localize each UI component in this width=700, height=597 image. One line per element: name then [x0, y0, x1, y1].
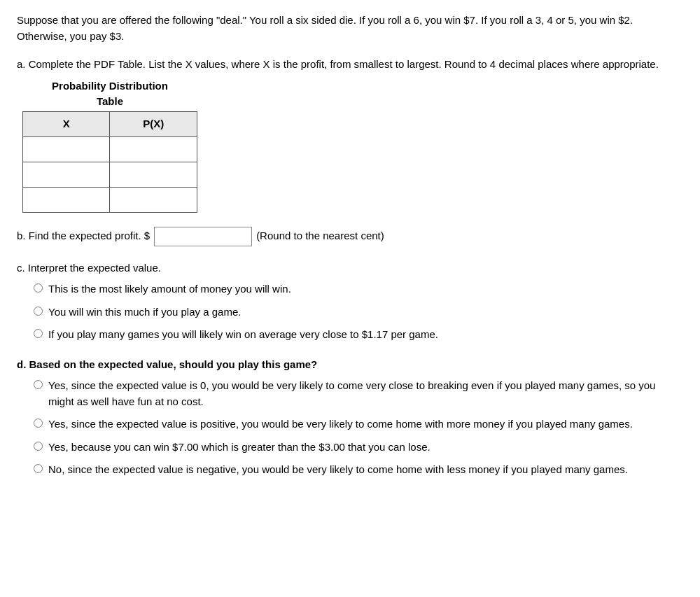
part-d-options: Yes, since the expected value is 0, you …	[34, 378, 683, 478]
row2-x-input[interactable]	[26, 164, 106, 185]
radio-c3[interactable]	[34, 329, 43, 338]
option-d4-text: No, since the expected value is negative…	[48, 462, 628, 478]
radio-d3[interactable]	[34, 442, 43, 451]
part-b-suffix: (Round to the nearest cent)	[256, 228, 384, 244]
pdf-table: X P(X)	[22, 111, 197, 213]
row2-px-input[interactable]	[113, 164, 194, 185]
option-c3: If you play many games you will likely w…	[34, 327, 683, 343]
option-d3: Yes, because you can win $7.00 which is …	[34, 440, 683, 456]
radio-d2[interactable]	[34, 419, 43, 428]
part-b-label: b. Find the expected profit. $	[17, 228, 150, 244]
table-row	[23, 187, 197, 212]
intro-text: Suppose that you are offered the followi…	[17, 13, 683, 44]
col-x-header: X	[23, 111, 110, 136]
table-title: Probability Distribution Table	[22, 78, 197, 110]
pdf-table-wrapper: Probability Distribution Table X P(X)	[22, 78, 683, 213]
row3-px-input[interactable]	[113, 189, 194, 211]
option-c1: This is the most likely amount of money …	[34, 281, 683, 297]
table-row	[23, 162, 197, 187]
option-d1: Yes, since the expected value is 0, you …	[34, 378, 683, 409]
part-d-label: d. Based on the expected value, should y…	[17, 357, 683, 373]
section-d: d. Based on the expected value, should y…	[17, 357, 683, 478]
option-d1-text: Yes, since the expected value is 0, you …	[48, 378, 683, 409]
option-c2-text: You will win this much if you play a gam…	[48, 304, 241, 321]
radio-d1[interactable]	[34, 380, 43, 389]
expected-profit-input[interactable]	[154, 227, 252, 246]
option-d2: Yes, since the expected value is positiv…	[34, 416, 683, 433]
section-c: c. Interpret the expected value. This is…	[17, 260, 683, 343]
option-c2: You will win this much if you play a gam…	[34, 304, 683, 321]
option-d4: No, since the expected value is negative…	[34, 462, 683, 478]
option-d2-text: Yes, since the expected value is positiv…	[48, 416, 633, 433]
row1-x-input[interactable]	[26, 139, 106, 160]
option-c1-text: This is the most likely amount of money …	[48, 281, 291, 297]
section-a: a. Complete the PDF Table. List the X va…	[17, 57, 683, 213]
radio-d4[interactable]	[34, 464, 43, 473]
option-d3-text: Yes, because you can win $7.00 which is …	[48, 440, 430, 456]
option-c3-text: If you play many games you will likely w…	[48, 327, 438, 343]
part-a-label: a. Complete the PDF Table. List the X va…	[17, 57, 683, 73]
row3-x-input[interactable]	[26, 189, 106, 211]
row1-px-input[interactable]	[113, 139, 194, 160]
table-row	[23, 136, 197, 162]
col-px-header: P(X)	[110, 111, 197, 136]
part-c-options: This is the most likely amount of money …	[34, 281, 683, 343]
radio-c1[interactable]	[34, 283, 43, 293]
radio-c2[interactable]	[34, 307, 43, 316]
part-c-label: c. Interpret the expected value.	[17, 260, 683, 276]
section-b: b. Find the expected profit. $ (Round to…	[17, 227, 683, 246]
